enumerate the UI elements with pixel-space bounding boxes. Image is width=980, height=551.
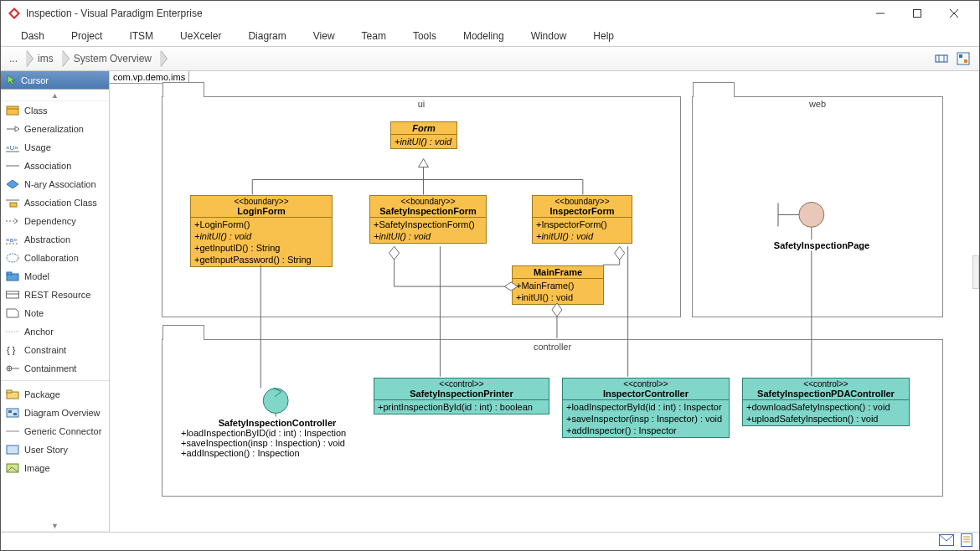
svg-rect-29 — [7, 291, 19, 298]
note-icon[interactable] — [961, 533, 972, 550]
svg-point-26 — [7, 254, 18, 262]
palette-association-class[interactable]: Association Class — [1, 193, 109, 212]
package-ui-label: ui — [162, 97, 680, 111]
rest-icon — [6, 289, 19, 301]
class-form[interactable]: Form +initUI() : void — [390, 121, 457, 149]
breadcrumb-ims[interactable]: ims — [26, 49, 62, 69]
menubar: Dash Project ITSM UeXceler Diagram View … — [1, 26, 979, 46]
collab-icon — [6, 252, 19, 264]
palette-package[interactable]: Package — [1, 385, 109, 404]
palette-generalization[interactable]: Generalization — [1, 120, 109, 138]
palette-diagram-overview[interactable]: Diagram Overview — [1, 404, 109, 422]
class-inspectorcontroller[interactable]: <<control>>InspectorController +loadInsp… — [562, 378, 730, 438]
menu-help[interactable]: Help — [580, 27, 627, 45]
svg-rect-3 — [914, 10, 921, 18]
anchor-icon — [6, 326, 19, 337]
palette-collaboration[interactable]: Collaboration — [1, 249, 109, 267]
class-safetyinspectionpdacontroller[interactable]: <<control>>SafetyInspectionPDAController… — [742, 378, 910, 426]
scroll-guide[interactable] — [972, 255, 979, 289]
svg-rect-39 — [7, 390, 12, 393]
menu-team[interactable]: Team — [348, 27, 400, 45]
diagram-canvas[interactable]: com.vp.demo.ims ui web controller Form +… — [110, 71, 979, 532]
class-safetyinspectioncontroller[interactable]: SafetyInspectionController +loadInspecti… — [181, 418, 374, 458]
cursor-tool[interactable]: Cursor — [1, 71, 109, 90]
palette-model[interactable]: Model — [1, 267, 109, 286]
palette-class[interactable]: Class — [1, 101, 109, 120]
breadcrumb-root[interactable]: ... — [4, 49, 26, 69]
class-safetyinspectionpage[interactable]: SafetyInspectionPage — [746, 240, 897, 250]
svg-text:«a»: «a» — [6, 236, 18, 244]
svg-rect-22 — [10, 203, 17, 207]
model-icon — [6, 270, 19, 282]
svg-text:{ }: { } — [7, 345, 16, 355]
palette-dependency[interactable]: Dependency — [1, 212, 109, 230]
image-icon — [6, 462, 19, 474]
package-controller-label: controller — [162, 340, 942, 353]
palette-containment[interactable]: Containment — [1, 359, 109, 378]
class-icon — [6, 105, 19, 116]
palette-rest-resource[interactable]: REST Resource — [1, 286, 109, 304]
menu-view[interactable]: View — [300, 27, 348, 45]
app-logo-icon — [8, 7, 21, 20]
palette-scroll-up[interactable]: ▲ — [1, 90, 109, 101]
breadcrumb-system-overview[interactable]: System Overview — [62, 49, 160, 69]
class-safetyinspectionprinter[interactable]: <<control>>SafetyInspectionPrinter +prin… — [374, 378, 549, 415]
note-icon — [6, 307, 19, 319]
svg-rect-11 — [964, 59, 967, 63]
contain-icon — [6, 363, 19, 374]
menu-project[interactable]: Project — [58, 27, 116, 45]
minimize-button[interactable] — [862, 1, 899, 26]
svg-point-46 — [9, 466, 12, 468]
menu-uexceler[interactable]: UeXceler — [167, 27, 235, 45]
palette-usage[interactable]: «U»Usage — [1, 138, 109, 157]
palette-image[interactable]: Image — [1, 459, 109, 477]
maximize-button[interactable] — [899, 1, 936, 26]
svg-rect-42 — [13, 413, 17, 415]
svg-rect-10 — [959, 54, 962, 58]
dov-icon — [6, 407, 19, 419]
menu-modeling[interactable]: Modeling — [450, 27, 518, 45]
palette-generic-connector[interactable]: Generic Connector — [1, 422, 109, 440]
menu-window[interactable]: Window — [518, 27, 580, 45]
cursor-label: Cursor — [21, 75, 49, 85]
toolbar-icon-2[interactable] — [956, 51, 971, 66]
class-safetyinspectionform[interactable]: <<boundary>>SafetyInspectionForm +Safety… — [369, 195, 487, 244]
dep-icon — [6, 215, 19, 227]
assoc-icon — [6, 160, 19, 172]
menu-dash[interactable]: Dash — [8, 27, 58, 45]
palette-abstraction[interactable]: «a»Abstraction — [1, 230, 109, 249]
mail-icon[interactable] — [939, 534, 954, 549]
toolbar-icon-1[interactable] — [934, 51, 949, 66]
constraint-icon: { } — [6, 344, 19, 356]
ustory-icon — [6, 444, 19, 456]
menu-diagram[interactable]: Diagram — [235, 27, 299, 45]
palette-association[interactable]: Association — [1, 157, 109, 175]
palette-user-story[interactable]: User Story — [1, 440, 109, 459]
class-inspectorform[interactable]: <<boundary>>InspectorForm +InspectorForm… — [532, 195, 632, 244]
cursor-icon — [6, 75, 18, 86]
palette-scroll-down[interactable]: ▼ — [1, 520, 109, 532]
svg-marker-31 — [7, 309, 18, 317]
svg-rect-28 — [7, 272, 12, 275]
usage-icon: «U» — [6, 142, 19, 153]
menu-tools[interactable]: Tools — [400, 27, 450, 45]
svg-rect-73 — [962, 533, 972, 546]
palette-constraint[interactable]: { }Constraint — [1, 341, 109, 359]
palette-note[interactable]: Note — [1, 304, 109, 322]
svg-marker-20 — [7, 180, 18, 188]
close-button[interactable] — [936, 1, 972, 26]
abs-icon: «a» — [6, 234, 19, 245]
svg-marker-16 — [15, 126, 19, 131]
pkg-icon — [6, 389, 19, 400]
menu-itsm[interactable]: ITSM — [116, 27, 167, 45]
svg-rect-41 — [8, 410, 12, 413]
gen-icon — [6, 123, 19, 135]
class-loginform[interactable]: <<boundary>>LoginForm +LoginForm() +init… — [190, 195, 333, 267]
statusbar — [1, 532, 979, 550]
class-mainframe[interactable]: MainFrame +MainFrame() +initUI() : void — [512, 265, 604, 305]
package-web[interactable]: web — [692, 96, 943, 317]
window-title: Inspection - Visual Paradigm Enterprise — [26, 8, 862, 19]
palette-n-ary-association[interactable]: N-ary Association — [1, 175, 109, 193]
palette-anchor[interactable]: Anchor — [1, 322, 109, 341]
gconn-icon — [6, 425, 19, 437]
